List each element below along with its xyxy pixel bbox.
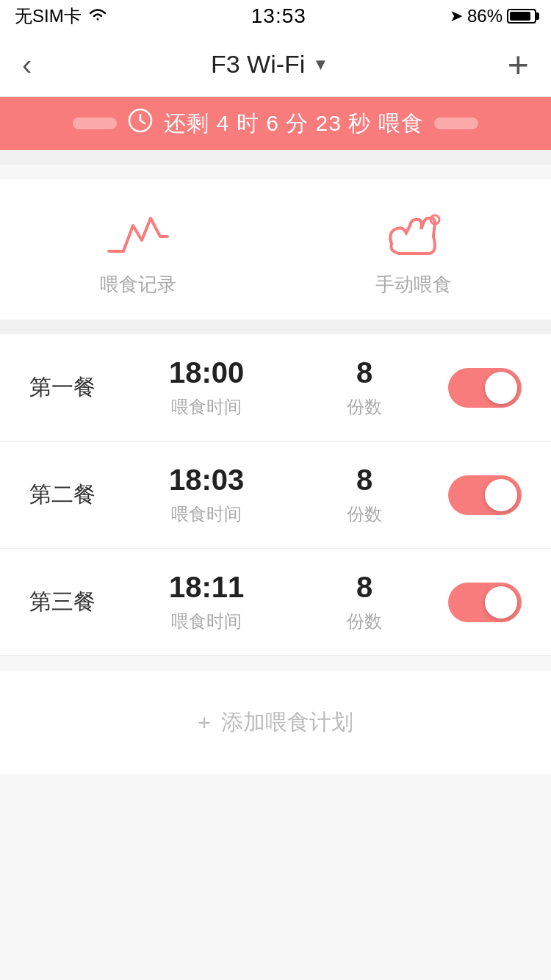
countdown-text: 还剩 4 时 6 分 23 秒 喂食 xyxy=(164,109,423,139)
feed-record-icon xyxy=(101,209,175,260)
meal-item-3: 第三餐 18:11 喂食时间 8 份数 xyxy=(0,549,551,656)
feed-record-button[interactable]: 喂食记录 xyxy=(100,209,176,298)
meal-1-detail: 18:00 喂食时间 8 份数 xyxy=(118,356,433,419)
meal-1-portions-value: 8 xyxy=(356,356,372,389)
meal-1-time-label: 喂食时间 xyxy=(171,395,242,419)
meal-1-portions-label: 份数 xyxy=(347,395,382,419)
meal-3-portions-field: 8 份数 xyxy=(347,571,382,633)
divider-1 xyxy=(0,320,551,334)
back-button[interactable]: ‹ xyxy=(22,50,32,79)
status-time: 13:53 xyxy=(251,4,306,28)
meal-3-time-field: 18:11 喂食时间 xyxy=(169,571,244,633)
carrier-label: 无SIM卡 xyxy=(15,4,82,28)
meal-1-toggle[interactable] xyxy=(448,368,522,408)
meal-2-time-field: 18:03 喂食时间 xyxy=(169,464,244,526)
meal-2-portions-value: 8 xyxy=(356,464,372,497)
meal-1-portions-field: 8 份数 xyxy=(347,356,382,419)
countdown-banner: 还剩 4 时 6 分 23 秒 喂食 xyxy=(0,97,551,150)
quick-actions: 喂食记录 手动喂食 xyxy=(0,179,551,320)
banner-decoration-left xyxy=(73,118,117,129)
battery-icon xyxy=(507,9,536,24)
meal-3-time-value: 18:11 xyxy=(169,571,244,604)
location-icon: ➤ xyxy=(450,7,463,26)
meal-3-name: 第三餐 xyxy=(29,587,103,617)
svg-line-2 xyxy=(140,120,145,123)
meal-3-time-label: 喂食时间 xyxy=(171,610,242,633)
meal-1-time-field: 18:00 喂食时间 xyxy=(169,356,244,419)
meal-2-toggle-knob xyxy=(485,479,517,511)
meal-2-time-value: 18:03 xyxy=(169,464,244,497)
meal-1-name: 第一餐 xyxy=(29,372,103,403)
meal-3-detail: 18:11 喂食时间 8 份数 xyxy=(118,571,433,633)
add-plan-plus-icon: + xyxy=(198,710,211,735)
nav-bar: ‹ F3 Wi-Fi ▼ + xyxy=(0,32,551,97)
meal-3-toggle[interactable] xyxy=(448,583,522,622)
add-plan-section[interactable]: + 添加喂食计划 xyxy=(0,671,551,774)
battery-percent: 86% xyxy=(467,6,503,26)
meal-item-1: 第一餐 18:00 喂食时间 8 份数 xyxy=(0,334,551,442)
add-plan-label: 添加喂食计划 xyxy=(221,707,353,738)
meal-1-toggle-knob xyxy=(485,372,517,404)
manual-feed-button[interactable]: 手动喂食 xyxy=(375,209,452,298)
wifi-icon xyxy=(87,6,108,26)
meal-2-detail: 18:03 喂食时间 8 份数 xyxy=(118,464,433,526)
meal-list: 第一餐 18:00 喂食时间 8 份数 第二餐 18:03 喂食时间 8 份数 xyxy=(0,334,551,656)
meal-2-toggle[interactable] xyxy=(448,475,522,515)
dropdown-arrow[interactable]: ▼ xyxy=(312,55,328,74)
status-right: ➤ 86% xyxy=(450,6,536,26)
add-button[interactable]: + xyxy=(508,46,529,83)
meal-2-portions-label: 份数 xyxy=(347,502,382,526)
manual-feed-label: 手动喂食 xyxy=(375,272,452,298)
clock-icon xyxy=(127,107,154,140)
nav-title-text: F3 Wi-Fi xyxy=(211,50,305,79)
meal-1-time-value: 18:00 xyxy=(169,356,244,389)
meal-item-2: 第二餐 18:03 喂食时间 8 份数 xyxy=(0,442,551,549)
meal-2-portions-field: 8 份数 xyxy=(347,464,382,526)
status-left: 无SIM卡 xyxy=(15,4,108,28)
nav-title: F3 Wi-Fi ▼ xyxy=(211,50,328,79)
meal-2-time-label: 喂食时间 xyxy=(171,502,242,526)
banner-decoration-right xyxy=(434,118,478,129)
feed-record-label: 喂食记录 xyxy=(100,272,176,298)
spacer-1 xyxy=(0,150,551,165)
meal-2-name: 第二餐 xyxy=(29,480,103,510)
meal-3-portions-label: 份数 xyxy=(347,610,382,633)
status-bar: 无SIM卡 13:53 ➤ 86% xyxy=(0,0,551,32)
meal-3-portions-value: 8 xyxy=(356,571,372,604)
manual-feed-icon xyxy=(377,209,450,260)
meal-3-toggle-knob xyxy=(485,586,517,619)
